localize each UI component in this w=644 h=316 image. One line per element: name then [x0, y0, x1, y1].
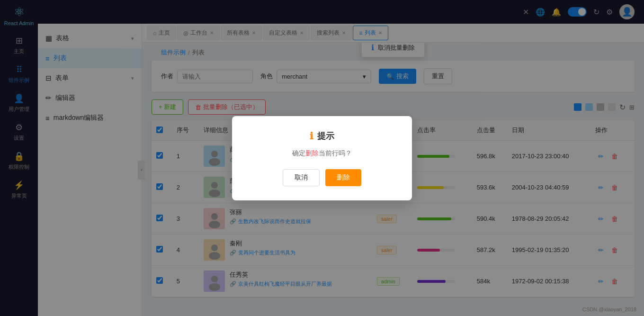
dialog-msg-before: 确定 — [292, 149, 305, 157]
dialog-cancel-button[interactable]: 取消 — [283, 169, 320, 186]
dialog-actions: 取消 删除 — [246, 169, 398, 186]
dialog-title-text: 提示 — [317, 130, 334, 142]
dialog-msg-after: 当前行吗？ — [319, 149, 352, 157]
dialog-warn-icon: ℹ — [310, 130, 313, 142]
dialog-confirm-button[interactable]: 删除 — [325, 169, 361, 186]
confirm-dialog: ℹ 提示 确定删除当前行吗？ 取消 删除 — [232, 116, 412, 200]
dialog-title: ℹ 提示 — [246, 130, 398, 142]
dialog-message: 确定删除当前行吗？ — [246, 149, 398, 158]
dialog-overlay: ℹ 提示 确定删除当前行吗？ 取消 删除 — [0, 0, 644, 316]
dialog-msg-highlight: 删除 — [305, 149, 319, 157]
